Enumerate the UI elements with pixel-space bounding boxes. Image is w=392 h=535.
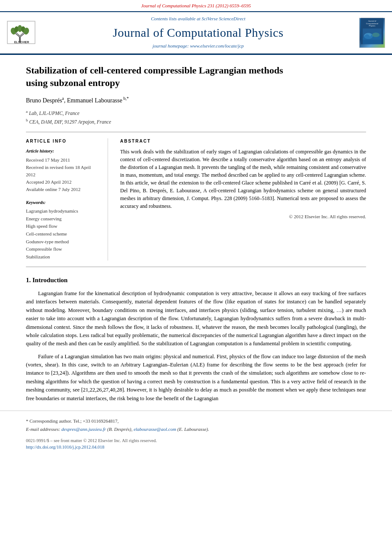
article-title: Stabilization of cell-centered compressi…	[26, 64, 366, 89]
header-left: ELSEVIER	[7, 21, 37, 45]
journal-header: ELSEVIER Contents lists available at Sci…	[0, 11, 392, 54]
keyword-6: Compressible flow	[26, 245, 101, 253]
abstract-text: This work deals with the stabilization o…	[120, 148, 366, 210]
journal-center: Contents lists available at SciVerse Sci…	[37, 16, 359, 50]
abstract-column: ABSTRACT This work deals with the stabil…	[120, 138, 366, 261]
intro-paragraph-2: Failure of a Lagrangian simulation has t…	[26, 353, 366, 403]
elsevier-logo: ELSEVIER	[7, 21, 37, 45]
copyright-line: © 2012 Elsevier Inc. All rights reserved…	[120, 213, 366, 220]
journal-citation: Journal of Computational Physics 231 (20…	[141, 3, 251, 8]
history-label: Article history:	[26, 148, 101, 154]
history-revised: Received in revised form 18 April 2012	[26, 164, 101, 178]
corresponding-author-note: * Corresponding author. Tel.; +33 011692…	[26, 418, 366, 425]
article-info-column: ARTICLE INFO Article history: Received 1…	[26, 138, 108, 261]
abstract-header: ABSTRACT	[120, 138, 366, 145]
doi-line[interactable]: http://dx.doi.org/10.1016/j.jcp.2012.04.…	[26, 444, 366, 450]
journal-homepage: journal homepage: www.elsevier.com/locat…	[37, 43, 359, 50]
article-info-header: ARTICLE INFO	[26, 138, 101, 145]
affiliation-a: a Lab, LJL-UPMC, France	[26, 108, 366, 117]
cover-svg: Journal of Computational Physics	[361, 16, 383, 46]
keyword-3: High speed flow	[26, 223, 101, 230]
affiliations: a Lab, LJL-UPMC, France b CEA, DAM, DIF,…	[26, 108, 366, 126]
affiliation-b: b CEA, DAM, DIF, 91297 Arpajon, France	[26, 117, 366, 126]
journal-citation-bar: Journal of Computational Physics 231 (20…	[0, 0, 392, 11]
homepage-label: journal homepage:	[153, 43, 189, 48]
keyword-4: Cell-centered scheme	[26, 230, 101, 238]
contents-label: Contents lists available at	[151, 16, 201, 21]
svg-text:Physics: Physics	[369, 24, 376, 26]
authors-line: Bruno Desprésa, Emmanuel Labourasse b,*	[26, 96, 366, 105]
email-labourasse[interactable]: elabourasse@aol.com	[134, 427, 176, 432]
journal-cover-thumbnail: Journal of Computational Physics	[359, 18, 385, 48]
svg-text:Computational: Computational	[366, 22, 378, 24]
keyword-7: Stabilization	[26, 253, 101, 261]
email-footnote: E-mail addresses: despres@ann.jussieu.fr…	[26, 426, 366, 433]
keyword-1: Lagrangian hydrodynamics	[26, 207, 101, 215]
issn-line: 0021-9991/$ – see front matter © 2012 El…	[26, 437, 366, 444]
article-section: Stabilization of cell-centered compressi…	[0, 55, 392, 126]
svg-text:Journal of: Journal of	[368, 20, 376, 22]
article-divider	[26, 132, 366, 132]
keyword-2: Energy conserving	[26, 215, 101, 223]
main-content: 1. Introduction Lagrangian frame for the…	[0, 276, 392, 403]
svg-text:ELSEVIER: ELSEVIER	[14, 41, 29, 44]
homepage-url[interactable]: www.elsevier.com/locate/jcp	[190, 43, 244, 48]
sciverse-link[interactable]: SciVerse ScienceDirect	[202, 16, 245, 21]
elsevier-logo-svg: ELSEVIER	[7, 21, 36, 45]
two-column-section: ARTICLE INFO Article history: Received 1…	[0, 138, 392, 261]
introduction-title: 1. Introduction	[26, 276, 366, 285]
intro-paragraph-1: Lagrangian frame for the kinematical des…	[26, 290, 366, 348]
page-footer: * Corresponding author. Tel.; +33 011692…	[0, 411, 392, 454]
content-divider	[26, 267, 366, 267]
history-accepted: Accepted 20 April 2012	[26, 178, 101, 186]
journal-title: Journal of Computational Physics	[37, 24, 359, 42]
page: Journal of Computational Physics 231 (20…	[0, 0, 392, 535]
keywords-label: Keywords:	[26, 199, 101, 206]
keyword-5: Godunov-type method	[26, 238, 101, 246]
email-despres[interactable]: despres@ann.jussieu.fr	[61, 427, 106, 432]
contents-line: Contents lists available at SciVerse Sci…	[37, 16, 359, 22]
keywords-section: Keywords: Lagrangian hydrodynamics Energ…	[26, 199, 101, 261]
history-received: Received 17 May 2011	[26, 156, 101, 164]
history-online: Available online 7 July 2012	[26, 186, 101, 193]
footer-bottom: 0021-9991/$ – see front matter © 2012 El…	[26, 437, 366, 450]
